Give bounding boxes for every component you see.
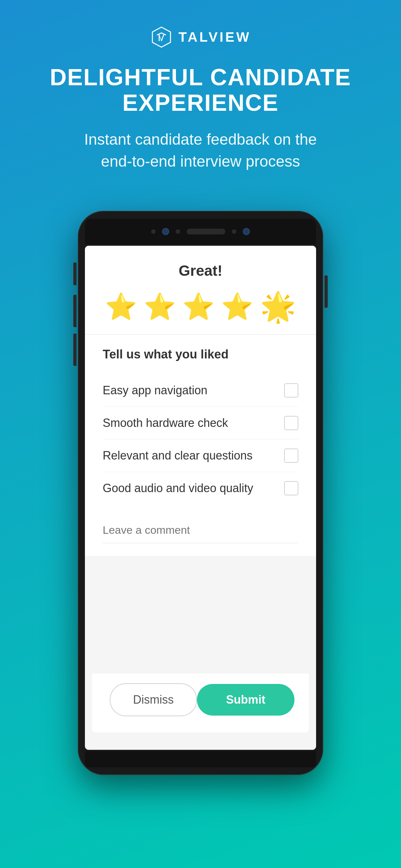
svg-marker-0 (152, 27, 171, 47)
stars-row: ⭐ ⭐ ⭐ ⭐ 🌟 (103, 292, 298, 321)
star-1[interactable]: ⭐ (105, 294, 137, 320)
volume-down-button (73, 295, 76, 327)
checkbox-item-hardware: Smooth hardware check (103, 407, 298, 439)
checkbox-hardware[interactable] (284, 416, 298, 430)
main-title: DELIGHTFUL CANDIDATE EXPERIENCE (19, 65, 382, 116)
phone-top-bar (85, 219, 316, 244)
phone-bottom-bar (85, 751, 316, 767)
action-buttons-bar: Dismiss Submit (92, 674, 309, 733)
phone-screen: Great! ⭐ ⭐ ⭐ ⭐ 🌟 Tell us what you liked … (85, 246, 316, 750)
logo-container: TALVIEW (150, 26, 251, 49)
checkbox-label-hardware: Smooth hardware check (103, 416, 228, 430)
dismiss-button[interactable]: Dismiss (110, 683, 197, 716)
volume-up-button (73, 262, 76, 285)
power-button (325, 275, 328, 308)
checkbox-label-questions: Relevant and clear questions (103, 449, 252, 462)
header-section: TALVIEW DELIGHTFUL CANDIDATE EXPERIENCE … (0, 0, 401, 191)
section-divider (85, 334, 316, 335)
star-5-animated[interactable]: 🌟 (260, 292, 296, 321)
rating-title: Great! (103, 262, 298, 279)
earpiece-speaker (187, 228, 225, 235)
checkbox-item-navigation: Easy app navigation (103, 374, 298, 407)
front-camera-main (162, 228, 169, 235)
star-4[interactable]: ⭐ (221, 294, 253, 320)
camera-dot-right (232, 229, 236, 234)
talview-logo-icon (150, 26, 173, 49)
checkbox-label-navigation: Easy app navigation (103, 383, 207, 397)
star-2[interactable]: ⭐ (144, 294, 176, 320)
phone-mockup: Great! ⭐ ⭐ ⭐ ⭐ 🌟 Tell us what you liked … (78, 211, 323, 775)
front-camera-right (243, 228, 250, 235)
subtitle: Instant candidate feedback on theend-to-… (84, 128, 317, 172)
checkbox-label-audio-video: Good audio and video quality (103, 482, 253, 495)
silent-button (73, 334, 76, 366)
feedback-section-title: Tell us what you liked (103, 347, 298, 361)
brand-name: TALVIEW (179, 29, 251, 45)
front-camera-small (151, 229, 156, 234)
comment-section (103, 511, 298, 543)
checkbox-questions[interactable] (284, 448, 298, 463)
checkbox-item-audio-video: Good audio and video quality (103, 472, 298, 504)
submit-button[interactable]: Submit (197, 684, 295, 716)
checkbox-audio-video[interactable] (284, 481, 298, 495)
feedback-section: Tell us what you liked Easy app navigati… (103, 347, 298, 504)
star-3[interactable]: ⭐ (182, 294, 215, 320)
checkbox-navigation[interactable] (284, 383, 298, 398)
checkbox-item-questions: Relevant and clear questions (103, 439, 298, 472)
comment-input[interactable] (103, 517, 298, 543)
screen-content: Great! ⭐ ⭐ ⭐ ⭐ 🌟 Tell us what you liked … (85, 246, 316, 556)
sensor-dot (176, 229, 180, 234)
